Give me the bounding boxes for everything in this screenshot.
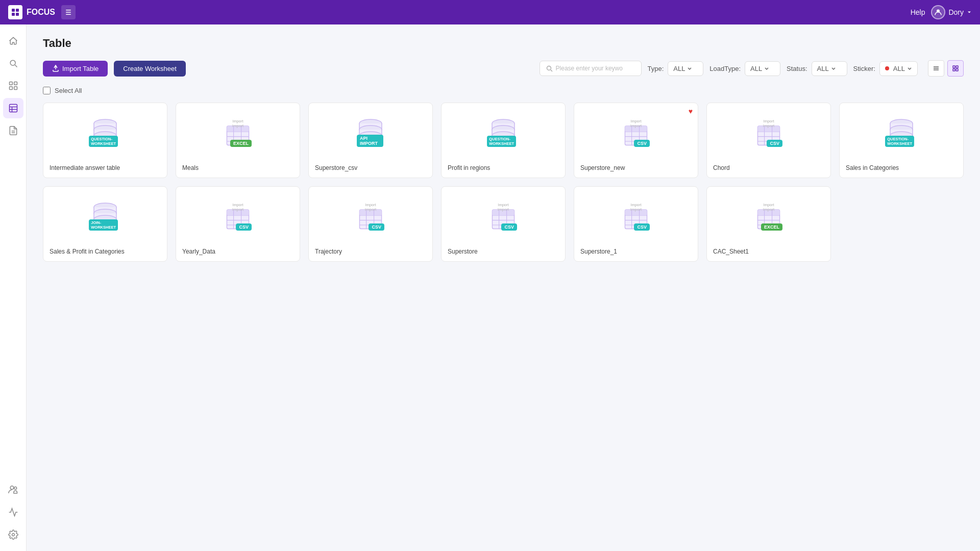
svg-rect-11 [14, 82, 17, 85]
table-card[interactable]: Import Import CSV Superstore [441, 186, 566, 262]
card-icon-area: Import Import CSV [315, 193, 426, 244]
table-card[interactable]: Join-Worksheet Sales & Profit in Categor… [43, 186, 167, 262]
create-worksheet-button[interactable]: Create Worksheet [114, 61, 186, 77]
table-card[interactable]: API Import Superstore_csv [308, 103, 433, 178]
badge: EXCEL [761, 223, 782, 231]
import-table-label: Import Table [62, 65, 99, 72]
list-view-button[interactable] [928, 60, 944, 77]
table-card[interactable]: Import Import CSV Trajectory [308, 186, 433, 262]
svg-text:Import: Import [630, 203, 642, 207]
svg-rect-14 [9, 105, 17, 112]
avatar [931, 5, 945, 19]
add-button[interactable] [61, 5, 76, 19]
table-card[interactable]: ♥ Import Import CSV Superstore_new [574, 103, 698, 178]
import-label: Import [365, 207, 377, 212]
icon-wrapper: Question-Worksheet [91, 118, 119, 151]
view-toggle [928, 60, 964, 77]
svg-rect-30 [953, 69, 955, 71]
app-logo[interactable]: FOCUS [8, 5, 55, 19]
icon-wrapper: Import Import EXCEL [223, 118, 253, 151]
import-label: Import [630, 123, 642, 128]
user-menu[interactable]: Dory [931, 5, 972, 19]
card-icon-area: Import Import CSV [580, 109, 692, 160]
grid-view-button[interactable] [947, 60, 964, 77]
import-label: Import [763, 123, 775, 128]
table-card[interactable]: Import Import CSV Yearly_Data [176, 186, 300, 262]
table-card[interactable]: Import Import CSV Superstore_1 [574, 186, 698, 262]
card-name: Yearly_Data [182, 248, 293, 255]
toolbar: Import Table Create Worksheet Please ent… [43, 60, 964, 77]
svg-point-23 [547, 66, 551, 70]
help-link[interactable]: Help [911, 8, 925, 16]
icon-wrapper: Question-Worksheet [489, 118, 517, 151]
svg-line-9 [15, 65, 17, 67]
sidebar-item-users[interactable] [3, 480, 23, 500]
svg-rect-3 [16, 13, 19, 16]
type-value: ALL [673, 65, 685, 72]
badge: Question-Worksheet [487, 136, 516, 147]
topnav: FOCUS Help Dory [0, 0, 980, 24]
card-name: Trajectory [315, 248, 426, 255]
sticker-dot [885, 66, 889, 70]
card-icon-area: Join-Worksheet [50, 193, 161, 244]
table-card[interactable]: Import Import EXCEL CAC_Sheet1 [706, 186, 831, 262]
table-card[interactable]: Question-Worksheet Profit in regions [441, 103, 566, 178]
icon-wrapper: Import Import CSV [754, 118, 783, 151]
svg-rect-0 [12, 9, 15, 12]
card-name: Meals [182, 164, 293, 171]
import-table-button[interactable]: Import Table [43, 61, 108, 77]
badge: CSV [501, 223, 517, 231]
create-worksheet-label: Create Worksheet [123, 65, 177, 72]
table-card[interactable]: Import Import EXCEL Meals [176, 103, 300, 178]
card-icon-area: Import Import CSV [182, 193, 293, 244]
select-all-label: Select All [55, 87, 82, 94]
icon-wrapper: Question-Worksheet [888, 118, 915, 151]
sidebar-item-table[interactable] [3, 98, 23, 118]
svg-rect-28 [953, 66, 955, 68]
svg-rect-2 [12, 13, 15, 16]
card-name: Intermediate answer table [50, 164, 161, 171]
chevron-down-icon [967, 10, 972, 15]
type-select[interactable]: ALL [668, 61, 703, 76]
table-card[interactable]: Import Import CSV Chord [706, 103, 831, 178]
svg-text:Import: Import [232, 119, 243, 123]
icon-wrapper: Join-Worksheet [91, 202, 119, 235]
sidebar-item-settings[interactable] [3, 524, 23, 545]
svg-point-20 [10, 486, 14, 490]
svg-rect-29 [956, 66, 958, 68]
sidebar-item-dashboard[interactable] [3, 76, 23, 96]
card-name: Sales & Profit in Categories [50, 248, 161, 255]
svg-rect-12 [9, 87, 12, 90]
card-icon-area: API Import [315, 109, 426, 160]
card-name: Superstore_csv [315, 164, 426, 171]
sidebar-item-reports[interactable] [3, 120, 23, 141]
badge: Join-Worksheet [89, 219, 118, 231]
card-icon-area: Import Import CSV [448, 193, 559, 244]
import-label: Import [630, 207, 642, 212]
svg-rect-5 [66, 12, 71, 13]
cards-grid: Question-Worksheet Intermediate answer t… [43, 103, 964, 262]
status-select[interactable]: ALL [812, 61, 847, 76]
loadtype-select[interactable]: ALL [745, 61, 780, 76]
select-all-checkbox[interactable] [43, 87, 51, 94]
svg-text:Import: Import [365, 203, 376, 207]
card-name: Chord [713, 164, 824, 171]
sidebar-item-home[interactable] [3, 31, 23, 51]
card-name: Sales in Categories [846, 164, 957, 171]
content-area: Table Import Table Create Worksheet Plea… [27, 24, 980, 551]
app-name: FOCUS [27, 8, 55, 17]
sidebar-item-analytics[interactable] [3, 502, 23, 522]
table-card[interactable]: Question-Worksheet Sales in Categories [839, 103, 964, 178]
type-filter: Type: ALL [648, 61, 704, 76]
svg-rect-4 [66, 10, 71, 11]
icon-wrapper: Import Import CSV [488, 202, 518, 235]
search-box[interactable]: Please enter your keywo [540, 61, 642, 76]
sticker-filter: Sticker: ALL [853, 61, 918, 76]
select-all-row: Select All [43, 87, 964, 94]
sticker-select[interactable]: ALL [879, 61, 918, 76]
sidebar-item-search[interactable] [3, 53, 23, 73]
card-icon-area: Import Import CSV [713, 109, 824, 160]
status-chevron-icon [831, 66, 836, 71]
table-card[interactable]: Question-Worksheet Intermediate answer t… [43, 103, 167, 178]
card-name: Superstore_new [580, 164, 692, 171]
